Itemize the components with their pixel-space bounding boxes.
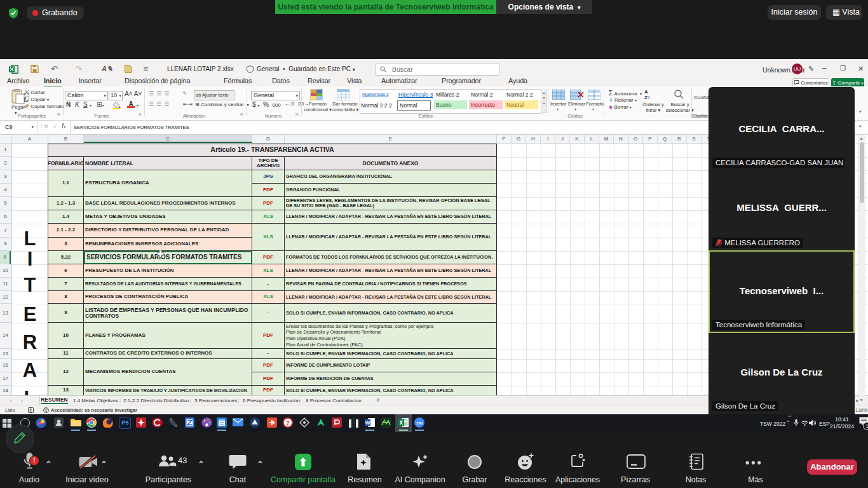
svg-text:zm: zm: [416, 421, 423, 425]
svg-text:7: 7: [286, 420, 289, 426]
svg-text:W: W: [365, 420, 370, 426]
